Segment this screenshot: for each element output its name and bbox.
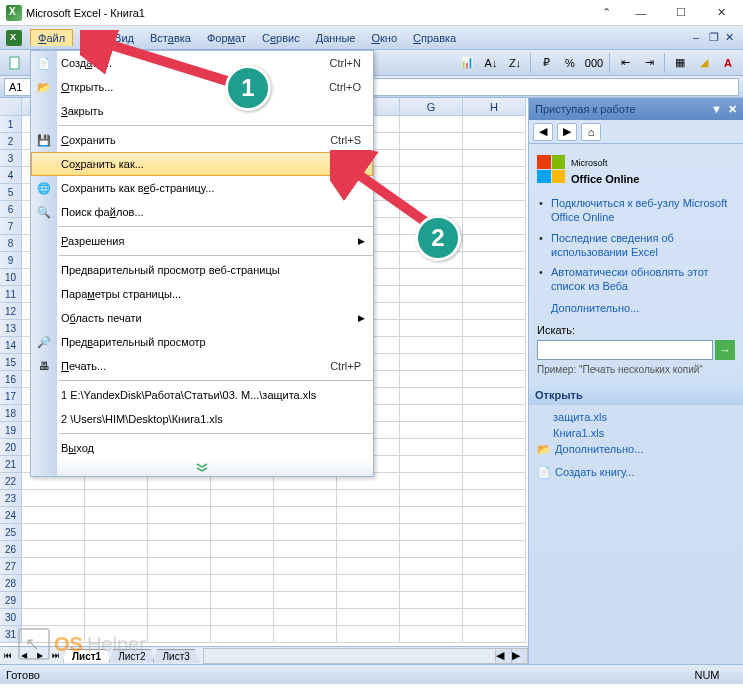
cell[interactable] [337,609,400,626]
row-header[interactable]: 15 [0,354,22,371]
cell[interactable] [463,201,526,218]
cell[interactable] [337,507,400,524]
workbook-icon[interactable] [6,30,22,46]
cell[interactable] [22,490,85,507]
cell[interactable] [274,524,337,541]
menu-insert[interactable]: Вставка [142,29,199,47]
cell[interactable] [463,303,526,320]
cell[interactable] [463,626,526,643]
nav-forward-icon[interactable]: ▶ [557,123,577,141]
column-header[interactable]: H [463,98,526,116]
cell[interactable] [400,456,463,473]
cell[interactable] [148,609,211,626]
row-header[interactable]: 7 [0,218,22,235]
cell[interactable] [400,320,463,337]
cell[interactable] [463,218,526,235]
cell[interactable] [211,524,274,541]
menuitem-print-area[interactable]: Область печати ▶ [31,306,373,330]
cell[interactable] [463,269,526,286]
close-button[interactable]: ✕ [701,2,741,24]
create-workbook-link[interactable]: 📄 Создать книгу... [537,466,735,479]
cell[interactable] [85,541,148,558]
row-header[interactable]: 11 [0,286,22,303]
cell[interactable] [211,609,274,626]
cell[interactable] [400,524,463,541]
row-header[interactable]: 28 [0,575,22,592]
cell[interactable] [400,354,463,371]
row-header[interactable]: 20 [0,439,22,456]
cell[interactable] [400,422,463,439]
cell[interactable] [463,167,526,184]
currency-icon[interactable]: ₽ [535,52,557,74]
menuitem-recent-2[interactable]: 2 \Users\HIM\Desktop\Книга1.xls [31,407,373,431]
row-header[interactable]: 5 [0,184,22,201]
cell[interactable] [85,592,148,609]
cell[interactable] [148,575,211,592]
horizontal-scrollbar[interactable]: ◀▶ [203,648,528,664]
menuitem-save-as-web[interactable]: 🌐 Сохранить как веб-страницу... [31,176,373,200]
cell[interactable] [400,626,463,643]
menu-format[interactable]: Формат [199,29,254,47]
cell[interactable] [400,167,463,184]
sheet-tab-3[interactable]: Лист3 [153,649,198,663]
cell[interactable] [463,575,526,592]
cell[interactable] [400,388,463,405]
menu-expand-chevron[interactable] [31,460,373,476]
cell[interactable] [85,558,148,575]
cell[interactable] [400,609,463,626]
cell[interactable] [337,490,400,507]
cell[interactable] [463,184,526,201]
row-header[interactable]: 19 [0,422,22,439]
cell[interactable] [337,558,400,575]
cell[interactable] [400,286,463,303]
row-header[interactable]: 16 [0,371,22,388]
menuitem-file-search[interactable]: 🔍 Поиск файлов... [31,200,373,224]
row-header[interactable]: 26 [0,541,22,558]
new-icon[interactable] [4,52,26,74]
cell[interactable] [274,558,337,575]
cell[interactable] [148,490,211,507]
cell[interactable] [463,235,526,252]
doc-close-button[interactable]: ✕ [725,31,739,45]
menuitem-close[interactable]: Закрыть [31,99,373,123]
cell[interactable] [400,150,463,167]
cell[interactable] [274,592,337,609]
cell[interactable] [211,575,274,592]
cell[interactable] [274,541,337,558]
minimize-button[interactable]: — [621,2,661,24]
row-header[interactable]: 6 [0,201,22,218]
row-header[interactable]: 2 [0,133,22,150]
cell[interactable] [85,507,148,524]
cell[interactable] [148,524,211,541]
menuitem-print-preview[interactable]: 🔎 Предварительный просмотр [31,330,373,354]
cell[interactable] [337,626,400,643]
cell[interactable] [337,541,400,558]
font-color-icon[interactable]: A [717,52,739,74]
row-header[interactable]: 22 [0,473,22,490]
maximize-button[interactable]: ☐ [661,2,701,24]
cell[interactable] [463,388,526,405]
nav-back-icon[interactable]: ◀ [533,123,553,141]
row-header[interactable]: 29 [0,592,22,609]
row-header[interactable]: 10 [0,269,22,286]
menu-service[interactable]: Сервис [254,29,308,47]
cell[interactable] [22,592,85,609]
menu-file[interactable]: Файл [30,29,73,46]
menuitem-recent-1[interactable]: 1 E:\YandexDisk\Работа\Статьи\03. M...\з… [31,383,373,407]
recent-file-1[interactable]: защита.xls [553,411,735,423]
cell[interactable] [400,405,463,422]
cell[interactable] [274,575,337,592]
cell[interactable] [274,626,337,643]
row-header[interactable]: 13 [0,320,22,337]
cell[interactable] [400,558,463,575]
menuitem-save-as[interactable]: Сохранить как... [31,152,373,176]
cell[interactable] [463,541,526,558]
tab-nav-first[interactable]: ⏮ [0,648,16,664]
cell[interactable] [400,371,463,388]
menuitem-exit[interactable]: Выход [31,436,373,460]
cell[interactable] [400,184,463,201]
sort-asc-icon[interactable]: A↓ [480,52,502,74]
menu-window[interactable]: Окно [363,29,405,47]
recent-file-2[interactable]: Книга1.xls [553,427,735,439]
link-latest-excel-info[interactable]: Последние сведения об использовании Exce… [551,231,735,260]
